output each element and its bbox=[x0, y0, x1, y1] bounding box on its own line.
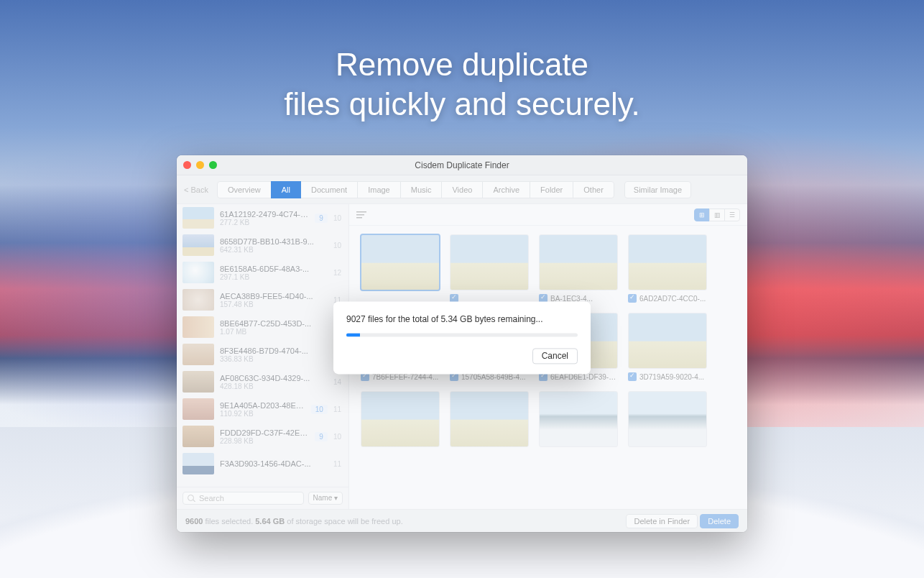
marketing-line1: Remove duplicate bbox=[0, 45, 924, 84]
window-title: Cisdem Duplicate Finder bbox=[415, 160, 509, 170]
minimize-icon[interactable] bbox=[196, 161, 204, 169]
progress-fill bbox=[346, 333, 360, 336]
marketing-line2: files quickly and securely. bbox=[0, 84, 924, 124]
traffic-lights bbox=[183, 161, 217, 169]
progress-dialog: 9027 files for the total of 5.34 GB byte… bbox=[333, 301, 591, 374]
titlebar: Cisdem Duplicate Finder bbox=[177, 155, 747, 175]
close-icon[interactable] bbox=[183, 161, 191, 169]
tab-all[interactable]: All bbox=[271, 181, 301, 198]
cancel-button[interactable]: Cancel bbox=[532, 348, 578, 364]
marketing-headline: Remove duplicate files quickly and secur… bbox=[0, 45, 924, 124]
zoom-icon[interactable] bbox=[209, 161, 217, 169]
progress-message: 9027 files for the total of 5.34 GB byte… bbox=[346, 314, 578, 324]
progress-bar bbox=[346, 333, 578, 336]
app-window: Cisdem Duplicate Finder < Back Overview … bbox=[177, 155, 747, 532]
